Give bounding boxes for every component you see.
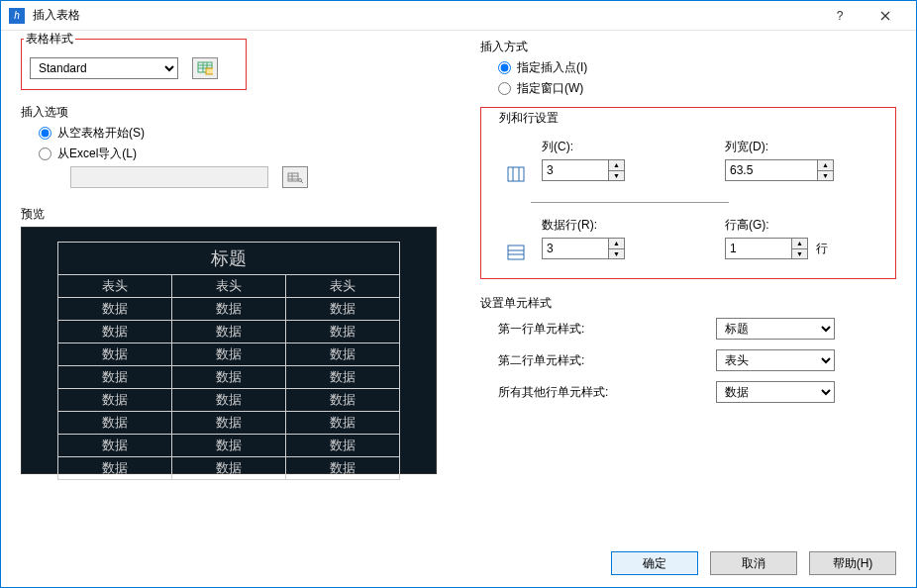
help-titlebar-button[interactable]: ? (817, 1, 863, 31)
cols-input[interactable] (543, 160, 608, 180)
insert-point-radio[interactable] (498, 61, 511, 74)
insert-point-label: 指定插入点(I) (517, 59, 587, 76)
insert-mode-label: 插入方式 (480, 39, 896, 55)
col-width-up[interactable]: ▲ (818, 160, 833, 171)
from-blank-label: 从空表格开始(S) (57, 125, 145, 142)
col-row-divider (531, 202, 729, 203)
row1-style-label: 第一行单元样式: (498, 321, 716, 338)
insert-mode-group: 插入方式 指定插入点(I) 指定窗口(W) (480, 39, 896, 97)
other-style-label: 所有其他行单元样式: (498, 384, 716, 401)
col-width-down[interactable]: ▼ (818, 171, 833, 181)
row-height-input[interactable] (726, 239, 791, 258)
svg-rect-15 (508, 245, 524, 259)
data-rows-input[interactable] (543, 239, 608, 258)
row1-style-select[interactable]: 标题 (716, 318, 835, 340)
table-style-icon (197, 61, 213, 75)
columns-icon (507, 166, 525, 182)
svg-rect-5 (206, 68, 213, 74)
data-rows-spinner[interactable]: ▲▼ (542, 238, 625, 259)
col-width-label: 列宽(D): (725, 139, 873, 155)
insert-options-label: 插入选项 (21, 104, 457, 121)
cols-label: 列(C): (542, 139, 725, 155)
insert-options-group: 插入选项 从空表格开始(S) 从Excel导入(L) (21, 104, 457, 188)
preview-label: 预览 (21, 206, 457, 223)
svg-rect-12 (508, 167, 524, 181)
table-style-label: 表格样式 (24, 31, 75, 48)
window-title: 插入表格 (33, 7, 817, 24)
cols-up[interactable]: ▲ (609, 160, 624, 171)
cell-styles-label: 设置单元样式 (480, 295, 896, 312)
close-icon (880, 11, 890, 21)
ok-button[interactable]: 确定 (611, 551, 698, 575)
col-row-group: 列和行设置 列(C): ▲▼ (480, 107, 896, 279)
other-style-select[interactable]: 数据 (716, 381, 835, 403)
insert-window-radio[interactable] (498, 82, 511, 95)
preview-table: 标题 表头表头表头 数据数据数据 数据数据数据 数据数据数据 数据数据数据 数据… (57, 242, 400, 480)
close-button[interactable] (863, 1, 908, 31)
row-height-unit: 行 (816, 241, 828, 257)
table-style-group: 表格样式 Standard (21, 39, 247, 90)
row2-style-select[interactable]: 表头 (716, 349, 835, 371)
row-height-label: 行高(G): (725, 217, 873, 234)
table-style-select[interactable]: Standard (30, 57, 178, 79)
row2-style-label: 第二行单元样式: (498, 352, 716, 369)
excel-options-icon (287, 170, 303, 184)
row-height-down[interactable]: ▼ (792, 249, 807, 259)
cols-down[interactable]: ▼ (609, 171, 624, 181)
help-button[interactable]: 帮助(H) (809, 551, 896, 575)
preview-group: 预览 标题 表头表头表头 数据数据数据 数据数据数据 数据数据数据 数据数据数据… (21, 206, 457, 474)
cell-styles-group: 设置单元样式 第一行单元样式: 标题 第二行单元样式: 表头 所有其他行单元样式… (480, 295, 896, 403)
data-rows-down[interactable]: ▼ (609, 249, 624, 259)
preview-box: 标题 表头表头表头 数据数据数据 数据数据数据 数据数据数据 数据数据数据 数据… (21, 227, 437, 474)
row-height-spinner[interactable]: ▲▼ (725, 238, 808, 259)
cancel-button[interactable]: 取消 (710, 551, 797, 575)
col-width-input[interactable] (726, 160, 817, 180)
from-excel-label: 从Excel导入(L) (57, 146, 137, 162)
excel-path-combo (70, 166, 268, 188)
svg-line-11 (301, 181, 303, 183)
dialog-footer: 确定 取消 帮助(H) (611, 551, 896, 575)
data-rows-label: 数据行(R): (542, 217, 725, 234)
titlebar: h 插入表格 ? (1, 1, 916, 31)
preview-title: 标题 (58, 243, 400, 275)
from-excel-radio[interactable] (39, 147, 51, 160)
row-height-up[interactable]: ▲ (792, 239, 807, 249)
rows-icon (507, 245, 525, 260)
col-row-label: 列和行设置 (499, 110, 895, 127)
col-width-spinner[interactable]: ▲▼ (725, 159, 834, 181)
from-blank-radio[interactable] (39, 127, 51, 140)
excel-options-button[interactable] (282, 166, 308, 188)
insert-window-label: 指定窗口(W) (517, 80, 583, 97)
cols-spinner[interactable]: ▲▼ (542, 159, 625, 181)
svg-rect-6 (288, 173, 298, 181)
data-rows-up[interactable]: ▲ (609, 239, 624, 249)
edit-style-button[interactable] (192, 57, 218, 79)
app-icon: h (9, 8, 25, 24)
